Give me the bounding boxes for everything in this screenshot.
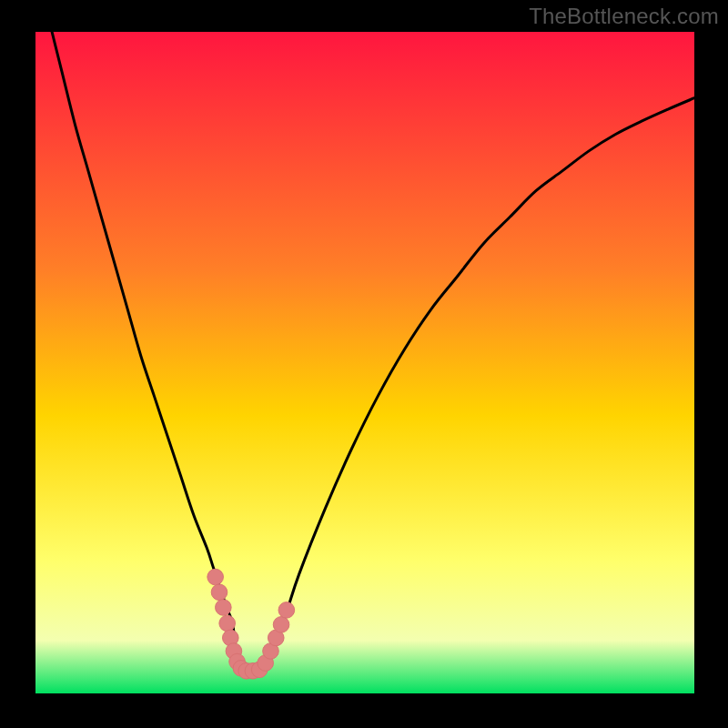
watermark-text: TheBottleneck.com xyxy=(529,4,719,29)
chart-frame: TheBottleneck.com xyxy=(0,0,728,728)
gradient-background xyxy=(35,32,694,693)
data-dot xyxy=(207,569,224,585)
data-dot xyxy=(273,617,289,633)
plot-area xyxy=(35,32,694,693)
data-dot xyxy=(278,602,295,619)
data-dot xyxy=(219,615,236,632)
bottleneck-chart xyxy=(35,32,694,693)
data-dot xyxy=(216,600,232,616)
data-dot xyxy=(211,584,228,601)
